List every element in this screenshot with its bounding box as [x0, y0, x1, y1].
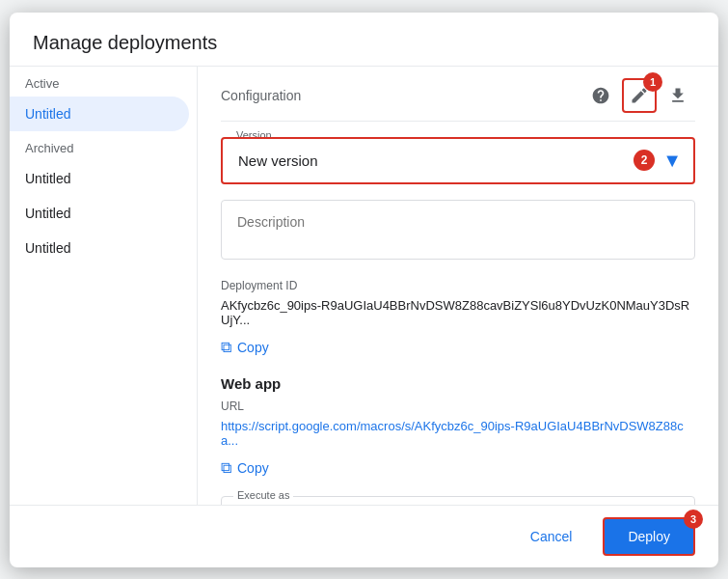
download-button[interactable]	[661, 78, 695, 113]
cancel-button[interactable]: Cancel	[511, 519, 592, 554]
config-header-title: Configuration	[221, 88, 301, 103]
sidebar-item-archived-3[interactable]: Untitled	[10, 231, 197, 265]
url-value[interactable]: https://script.google.com/macros/s/AKfyc…	[221, 419, 695, 448]
config-header: Configuration 1	[221, 67, 695, 122]
version-select[interactable]: New version	[223, 139, 634, 182]
copy-icon-2: ⧉	[221, 459, 231, 477]
help-icon	[591, 86, 610, 105]
manage-deployments-dialog: Manage deployments Active Untitled Archi…	[10, 13, 718, 567]
url-label: URL	[221, 400, 695, 413]
version-field-group: Version New version 2 ▼	[221, 137, 695, 184]
description-input[interactable]	[221, 200, 695, 260]
sidebar-archived-label: Archived	[10, 131, 197, 161]
sidebar-item-archived-1[interactable]: Untitled	[10, 161, 197, 196]
deploy-button[interactable]: Deploy	[603, 517, 695, 556]
dialog-title: Manage deployments	[33, 32, 695, 54]
deployment-id-value: AKfycbz6c_90ips-R9aUGIaU4BBrNvDSW8Z88cav…	[221, 298, 695, 327]
execute-as-section: Execute as Me (admin@example.com)	[221, 496, 695, 505]
copy-label-1: Copy	[237, 340, 269, 355]
version-badge: 2	[634, 150, 655, 171]
header-actions: 1	[583, 78, 695, 113]
sidebar: Active Untitled Archived Untitled Untitl…	[10, 67, 198, 505]
help-button[interactable]	[583, 78, 618, 113]
web-app-title: Web app	[221, 375, 695, 392]
web-app-section: Web app URL https://script.google.com/ma…	[221, 375, 695, 481]
dialog-body: Active Untitled Archived Untitled Untitl…	[10, 67, 718, 505]
edit-badge: 1	[643, 72, 662, 92]
edit-button-wrap: 1	[622, 78, 657, 113]
sidebar-item-untitled-active[interactable]: Untitled	[10, 96, 189, 131]
execute-as-label: Execute as	[233, 489, 293, 501]
copy-label-2: Copy	[237, 460, 269, 476]
sidebar-active-label: Active	[10, 67, 197, 96]
copy-deployment-id-button[interactable]: ⧉ Copy	[221, 335, 269, 360]
dialog-footer: Cancel Deploy 3	[10, 505, 718, 567]
form-section: Version New version 2 ▼ Deployment ID	[221, 122, 695, 505]
deploy-button-wrap: Deploy 3	[603, 517, 695, 556]
version-dropdown-wrapper: New version 2 ▼	[221, 137, 695, 184]
sidebar-item-archived-2[interactable]: Untitled	[10, 196, 197, 231]
dialog-header: Manage deployments	[10, 13, 718, 67]
copy-url-button[interactable]: ⧉ Copy	[221, 455, 269, 481]
dropdown-arrow-icon: ▼	[662, 150, 693, 172]
description-field-group	[221, 200, 695, 263]
deploy-badge: 3	[684, 510, 703, 529]
deployment-id-label: Deployment ID	[221, 279, 695, 292]
download-icon	[668, 86, 688, 105]
main-content: Configuration 1	[198, 67, 718, 505]
deployment-id-section: Deployment ID AKfycbz6c_90ips-R9aUGIaU4B…	[221, 279, 695, 360]
copy-icon-1: ⧉	[221, 339, 231, 356]
